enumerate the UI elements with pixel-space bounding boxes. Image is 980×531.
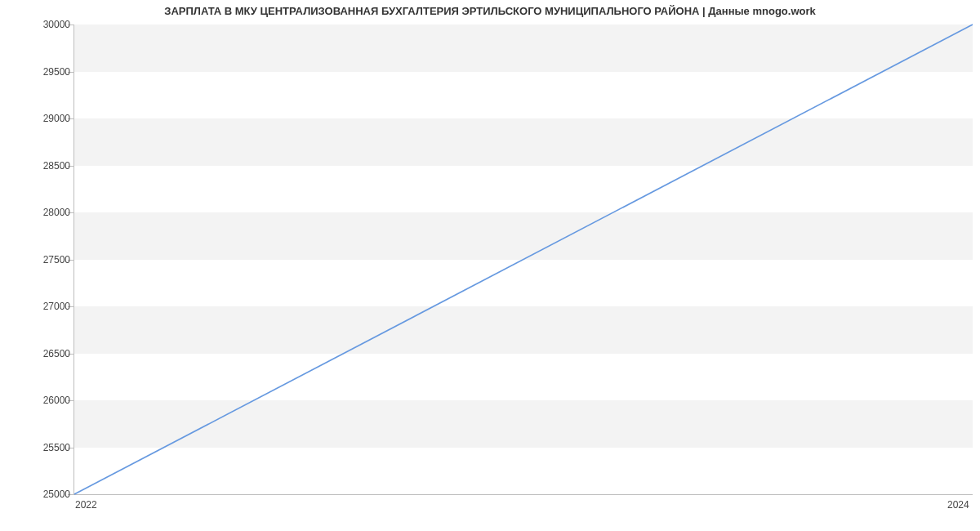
- x-tick-label: 2024: [947, 499, 969, 511]
- x-tick-label: 2022: [75, 499, 97, 511]
- y-tick-label: 28000: [5, 207, 70, 218]
- y-tick-label: 26000: [5, 395, 70, 406]
- data-line: [74, 25, 973, 494]
- y-tick-label: 29500: [5, 66, 70, 78]
- y-tick-label: 25500: [5, 442, 70, 453]
- salary-chart: ЗАРПЛАТА В МКУ ЦЕНТРАЛИЗОВАННАЯ БУХГАЛТЕ…: [0, 0, 980, 531]
- y-tick-label: 26500: [5, 348, 70, 359]
- y-tick-label: 27000: [5, 301, 70, 312]
- y-tick-label: 30000: [5, 19, 70, 30]
- y-tick-label: 28500: [5, 160, 70, 172]
- y-tick-label: 25000: [5, 489, 70, 500]
- plot-area: [74, 25, 973, 495]
- line-layer: [74, 25, 973, 494]
- y-tick-label: 29000: [5, 113, 70, 124]
- chart-title: ЗАРПЛАТА В МКУ ЦЕНТРАЛИЗОВАННАЯ БУХГАЛТЕ…: [0, 5, 980, 17]
- y-tick-label: 27500: [5, 254, 70, 266]
